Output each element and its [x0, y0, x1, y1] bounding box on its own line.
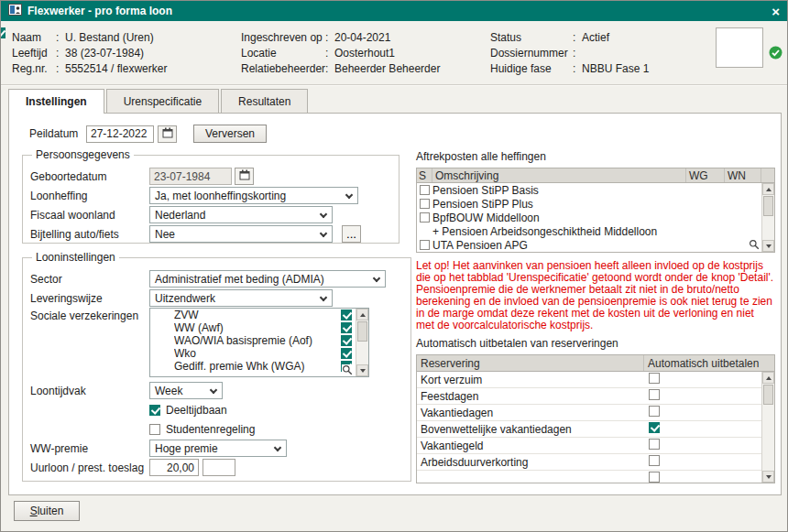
loonheffing-select[interactable]: Ja, met loonheffingskorting — [149, 187, 358, 204]
uurloon-label: Uurloon / prest. toeslag — [30, 461, 149, 474]
scrollbar-thumb[interactable] — [763, 385, 773, 405]
scroll-down-icon[interactable] — [762, 471, 774, 483]
bijtelling-more-button[interactable]: ... — [342, 225, 361, 243]
leveringswijze-value: Uitzendwerk — [155, 292, 215, 305]
list-item-label: Wko — [174, 347, 341, 360]
sluiten-button[interactable]: Sluiten — [14, 501, 80, 521]
sociale-verzekeringen-list[interactable]: ZVW WW (Awf) WAO/WIA basispremie (Aof) W… — [149, 308, 369, 377]
scroll-up-icon[interactable] — [762, 183, 774, 195]
chevron-down-icon — [320, 211, 327, 218]
aftrekposten-row: BpfBOUW Middelloon — [417, 211, 774, 224]
column-header: Omschrijving — [432, 168, 686, 182]
reservering-label: Kort verzuim — [417, 374, 644, 386]
aftrekposten-row: Pensioen StiPP Plus — [417, 197, 774, 211]
scroll-up-icon[interactable] — [356, 309, 368, 320]
separator: : — [56, 47, 65, 60]
sociale-checkbox[interactable] — [341, 348, 352, 359]
right-column: Aftrekposten alle heffingen S Omschrijvi… — [416, 150, 775, 483]
scrollbar-thumb[interactable] — [357, 321, 367, 342]
peildatum-input[interactable] — [86, 125, 154, 143]
reserveringen-row: Bovenwettelijke vakantiedagen — [417, 421, 774, 438]
reserveringen-title: Automatisch uitbetalen van reserveringen — [416, 337, 775, 351]
sociale-verzekeringen-row: Sociale verzekeringen ZVW WW (Awf) WAO/W… — [30, 308, 403, 381]
sociale-checkbox[interactable] — [341, 335, 352, 346]
scrollbar[interactable] — [356, 309, 368, 376]
reservering-checkbox[interactable] — [649, 472, 660, 483]
reservering-checkbox[interactable] — [649, 422, 660, 433]
field-label: Relatiebeheerder — [241, 62, 325, 75]
scrollbar-thumb[interactable] — [763, 196, 773, 216]
reservering-checkbox[interactable] — [649, 373, 660, 384]
reservering-label: Vakantiedagen — [417, 407, 644, 419]
aftrekpost-checkbox[interactable] — [420, 212, 430, 223]
verversen-button[interactable]: Verversen — [193, 125, 267, 143]
aftrekpost-checkbox[interactable] — [420, 240, 430, 250]
scroll-down-icon[interactable] — [762, 240, 774, 252]
header-checkbox[interactable] — [0, 27, 5, 38]
calendar-icon — [162, 127, 173, 141]
persoonsgegevens-legend: Persoonsgegevens — [32, 148, 134, 161]
leveringswijze-label: Leveringswijze — [30, 292, 149, 305]
sector-select[interactable]: Administratief met beding (ADMIA) — [149, 270, 386, 288]
magnifier-icon[interactable] — [342, 364, 353, 375]
flexwerker-window: Flexwerker - pro forma loon × Naam:U. Be… — [0, 0, 788, 532]
reservering-label: Feestdagen — [417, 390, 644, 403]
tab-urenspecificatie[interactable]: Urenspecificatie — [106, 89, 219, 113]
field-value: Oosterhout1 — [334, 47, 440, 60]
scrollbar[interactable] — [761, 372, 774, 483]
scroll-up-icon[interactable] — [762, 372, 774, 384]
deeltijdbaan-checkbox[interactable] — [149, 405, 160, 416]
bijtelling-select[interactable]: Nee — [149, 225, 333, 243]
content-panel: Peildatum Verversen Persoonsgegevens Geb… — [8, 113, 782, 495]
fiscaal-woonland-row: Fiscaal woonland Nederland — [30, 205, 391, 224]
close-icon[interactable]: × — [772, 5, 780, 18]
list-item: WAO/WIA basispremie (Aof) — [150, 334, 368, 347]
scrollbar[interactable] — [761, 183, 774, 252]
studentenregeling-checkbox[interactable] — [149, 424, 160, 435]
warning-text: Let op! Het aanvinken van pensioen heeft… — [416, 260, 775, 331]
ww-premie-row: WW-premie Hoge premie — [30, 439, 403, 458]
separator: : — [325, 31, 334, 44]
looninstellingen-fieldset: Looninstellingen Sector Administratief m… — [22, 251, 411, 482]
reservering-checkbox[interactable] — [649, 455, 660, 466]
uurloon-row: Uurloon / prest. toeslag — [30, 458, 403, 477]
uurloon-input[interactable] — [149, 459, 199, 476]
magnifier-icon[interactable] — [749, 239, 760, 250]
aftrekpost-checkbox[interactable] — [420, 185, 430, 195]
tab-resultaten[interactable]: Resultaten — [221, 89, 308, 113]
field-value: U. Bestand (Uren) — [65, 31, 167, 44]
scroll-down-icon[interactable] — [356, 364, 368, 376]
studentenregeling-label: Studentenregeling — [166, 423, 255, 436]
field-value: NBBU Fase 1 — [582, 62, 649, 75]
separator: : — [56, 31, 65, 44]
geboortedatum-calendar-button[interactable] — [235, 168, 254, 185]
peildatum-row: Peildatum Verversen — [29, 125, 267, 143]
column-header: Reservering — [417, 355, 644, 371]
reservering-checkbox[interactable] — [649, 406, 660, 417]
reserveringen-row: Kort verzuim — [417, 372, 774, 388]
sociale-checkbox[interactable] — [341, 322, 352, 333]
aftrekpost-checkbox[interactable] — [420, 199, 430, 209]
loontijdvak-select[interactable]: Week — [149, 382, 223, 399]
aftrekposten-header: S Omschrijving WG WN — [417, 168, 774, 183]
sector-label: Sector — [30, 273, 149, 286]
field-label: Status — [490, 31, 573, 44]
list-item: Wko — [150, 347, 368, 360]
chevron-down-icon — [345, 191, 353, 199]
fiscaal-woonland-select[interactable]: Nederland — [149, 206, 333, 223]
field-value: Beheerder Beheerder — [334, 62, 440, 75]
header-column-3: Status:Actief Dossiernummer: Huidige fas… — [490, 29, 649, 76]
leveringswijze-select[interactable]: Uitzendwerk — [149, 289, 333, 307]
sociale-checkbox[interactable] — [341, 309, 352, 320]
list-item: Gediff. premie Whk (WGA) — [150, 360, 368, 373]
list-item-label: Gediff. premie Whk (WGA) — [174, 360, 341, 373]
calendar-button[interactable] — [158, 125, 177, 143]
prestatie-toeslag-input[interactable] — [202, 459, 235, 476]
separator: : — [573, 47, 582, 60]
reservering-checkbox[interactable] — [649, 439, 660, 450]
tab-instellingen[interactable]: Instellingen — [8, 89, 104, 114]
reservering-checkbox[interactable] — [649, 389, 660, 400]
status-ok-icon — [769, 46, 783, 60]
header-info: Naam:U. Bestand (Uren) Leeftijd:38 (23-0… — [1, 21, 787, 85]
ww-premie-select[interactable]: Hoge premie — [149, 440, 287, 457]
